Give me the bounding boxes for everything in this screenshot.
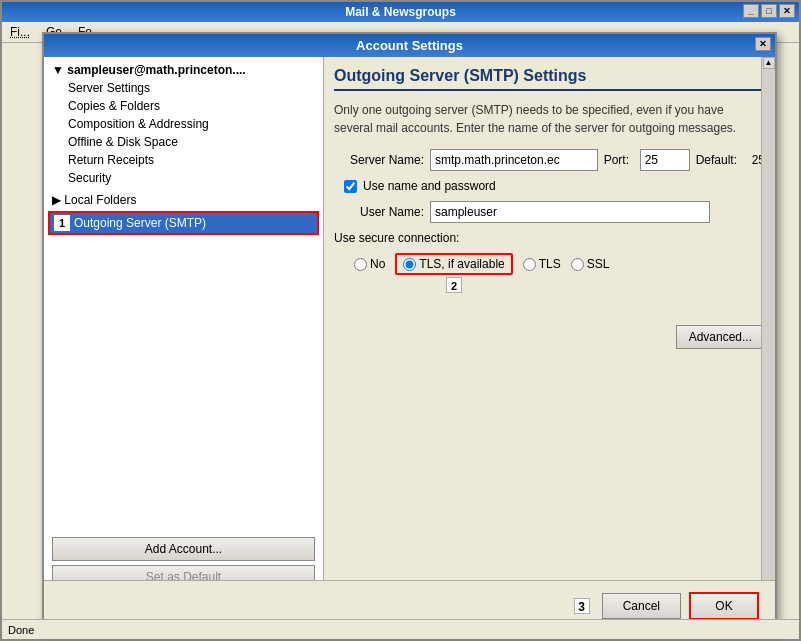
outer-window: Mail & Newsgroups _ □ ✕ Fi... Ge Fo Acco… (0, 0, 801, 641)
radio-no-label: No (370, 257, 385, 271)
account-name: sampleuser@math.princeton.... (67, 63, 245, 77)
secure-conn-row: Use secure connection: (334, 231, 765, 245)
scroll-up-arrow[interactable]: ▲ (763, 57, 775, 69)
menu-file[interactable]: Fi... (6, 24, 34, 40)
tree-content: ▼ sampleuser@math.princeton.... Server S… (48, 61, 319, 529)
outer-window-title: Mail & Newsgroups (345, 5, 456, 19)
annotation-3: 3 (574, 598, 590, 614)
radio-no: No (354, 257, 385, 271)
tree-item-outgoing-smtp[interactable]: 1 Outgoing Server (SMTP) (48, 211, 319, 235)
tree-item-composition[interactable]: Composition & Addressing (48, 115, 319, 133)
tree-item-label: Copies & Folders (68, 99, 160, 113)
settings-title: Outgoing Server (SMTP) Settings (334, 67, 765, 91)
tree-item-server-settings[interactable]: Server Settings (48, 79, 319, 97)
secure-conn-label: Use secure connection: (334, 231, 474, 245)
outgoing-smtp-label: Outgoing Server (SMTP) (74, 216, 206, 230)
radio-tls-available-label: TLS, if available (419, 257, 504, 271)
username-label: User Name: (334, 205, 424, 219)
use-auth-checkbox[interactable] (344, 180, 357, 193)
dialog-body: ▼ sampleuser@math.princeton.... Server S… (44, 57, 775, 625)
scrollbar[interactable]: ▲ ▼ (761, 57, 775, 625)
radio-no-input[interactable] (354, 258, 367, 271)
expand-icon: ▼ (52, 63, 67, 77)
advanced-button[interactable]: Advanced... (676, 325, 765, 349)
radio-ssl-input[interactable] (571, 258, 584, 271)
radio-tls: TLS (523, 257, 561, 271)
local-folders-label: Local Folders (64, 193, 136, 207)
radio-group: No TLS, if available 2 TLS SSL (334, 253, 765, 275)
outer-titlebar: Mail & Newsgroups _ □ ✕ (2, 2, 799, 22)
minimize-button[interactable]: _ (743, 4, 759, 18)
tree-item-label: Offline & Disk Space (68, 135, 178, 149)
restore-button[interactable]: □ (761, 4, 777, 18)
tree-item-security[interactable]: Security (48, 169, 319, 187)
tree-item-label: Security (68, 171, 111, 185)
radio-ssl-label: SSL (587, 257, 610, 271)
cancel-button[interactable]: Cancel (602, 593, 681, 619)
username-row: User Name: (334, 201, 765, 223)
dialog-titlebar: Account Settings ✕ (44, 34, 775, 57)
settings-description: Only one outgoing server (SMTP) needs to… (334, 101, 765, 137)
server-name-label: Server Name: (334, 153, 424, 167)
radio-tls-available: TLS, if available 2 (395, 253, 512, 275)
port-input[interactable] (640, 149, 690, 171)
account-tree-pane: ▼ sampleuser@math.princeton.... Server S… (44, 57, 324, 625)
dialog-close-button[interactable]: ✕ (755, 37, 771, 51)
radio-tls-input[interactable] (523, 258, 536, 271)
account-settings-dialog: Account Settings ✕ ▼ sampleuser@math.pri… (42, 32, 777, 632)
radio-ssl: SSL (571, 257, 610, 271)
server-name-input[interactable] (430, 149, 598, 171)
tree-item-label: Composition & Addressing (68, 117, 209, 131)
server-name-row: Server Name: Port: Default: 25 (334, 149, 765, 171)
tree-item-label: Server Settings (68, 81, 150, 95)
settings-pane: Outgoing Server (SMTP) Settings Only one… (324, 57, 775, 625)
tree-item-label: Return Receipts (68, 153, 154, 167)
outer-titlebar-buttons: _ □ ✕ (743, 4, 795, 18)
use-auth-row: Use name and password (344, 179, 765, 193)
radio-tls-label: TLS (539, 257, 561, 271)
use-auth-label: Use name and password (363, 179, 496, 193)
annotation-1: 1 (54, 215, 70, 231)
radio-tls-available-input[interactable] (403, 258, 416, 271)
status-bar: Done (2, 619, 799, 639)
tree-item-receipts[interactable]: Return Receipts (48, 151, 319, 169)
annotation-2: 2 (446, 277, 462, 293)
advanced-btn-row: Advanced... (334, 325, 765, 349)
dialog-title: Account Settings (356, 38, 463, 53)
tree-item-offline[interactable]: Offline & Disk Space (48, 133, 319, 151)
status-text: Done (8, 624, 34, 636)
add-account-button[interactable]: Add Account... (52, 537, 315, 561)
default-label: Default: (696, 153, 746, 167)
port-label: Port: (604, 153, 634, 167)
tree-item-local-folders[interactable]: ▶ Local Folders (48, 191, 319, 209)
tree-item-copies-folders[interactable]: Copies & Folders (48, 97, 319, 115)
username-input[interactable] (430, 201, 710, 223)
close-outer-button[interactable]: ✕ (779, 4, 795, 18)
expand-icon: ▶ (52, 193, 64, 207)
ok-button[interactable]: OK (689, 592, 759, 620)
tree-account-root[interactable]: ▼ sampleuser@math.princeton.... (48, 61, 319, 79)
